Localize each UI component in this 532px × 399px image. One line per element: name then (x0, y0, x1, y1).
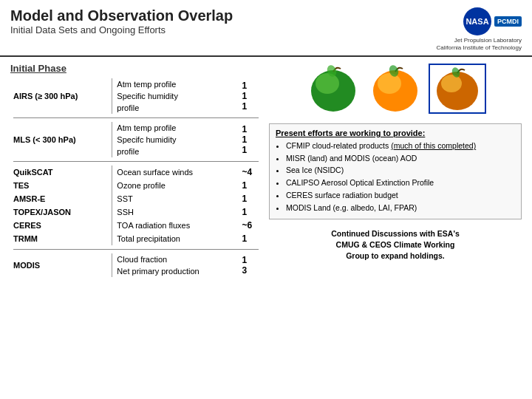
data-cell: Net primary production (112, 265, 239, 277)
list-item: MODIS Land (e.g. albedo, LAI, FPAR) (286, 202, 515, 214)
data-cell: SST (112, 192, 239, 205)
data-cell: Specifc humidity (112, 134, 239, 146)
svg-point-8 (441, 75, 462, 92)
divider-row (10, 157, 262, 166)
content: Initial Phase AIRS (≥ 300 hPa) Atm temp … (0, 57, 532, 283)
num-cell: 1 (239, 232, 262, 245)
fruit-image-1 (304, 63, 363, 115)
num-cell: 13 (239, 253, 262, 277)
num-cell: 1 (239, 205, 262, 219)
table-row: QuikSCAT Ocean surface winds ~4 (10, 166, 262, 179)
instrument-cell: MLS (< 300 hPa) (10, 122, 112, 157)
data-cell: Specific humidity (112, 90, 239, 102)
jpl-line2: California Institute of Technology (437, 44, 522, 52)
data-cell: profile (112, 146, 239, 157)
table-row: TOPEX/JASON SSH 1 (10, 205, 262, 219)
instrument-cell: AIRS (≥ 300 hPa) (10, 78, 112, 114)
jpl-line1: Jet Propulsion Laboratory (437, 37, 522, 44)
table-row: AMSR-E SST 1 (10, 192, 262, 205)
data-cell: Atm temp profile (112, 122, 239, 134)
pcmdi-badge: PCMDI (494, 16, 522, 27)
list-item: CERES surface radiation budget (286, 190, 515, 202)
list-item: CFMIP cloud-related products (much of th… (286, 140, 515, 152)
fruit-images (269, 63, 522, 115)
num-cell: 111 (239, 122, 262, 157)
nasa-label: NASA (466, 17, 488, 26)
footer-text: Continued Discussions with ESA's CMUG & … (269, 228, 522, 261)
fruit-image-2 (366, 63, 425, 115)
instrument-cell: QuikSCAT (10, 166, 112, 179)
num-cell: 1 (239, 192, 262, 205)
pcmdi-label: PCMDI (497, 18, 519, 25)
nasa-logo: NASA (463, 7, 491, 35)
num-cell: 1 (239, 179, 262, 192)
list-item: Sea Ice (NSIDC) (286, 165, 515, 177)
present-efforts-label: Present efforts are working to provide: (276, 129, 425, 137)
list-item-text: CERES surface radiation budget (286, 191, 398, 200)
data-cell: profile (112, 102, 239, 114)
list-item-text: Sea Ice (NSIDC) (286, 166, 344, 174)
present-efforts-list: CFMIP cloud-related products (much of th… (276, 140, 515, 214)
table-row: TRMM Total precipitation 1 (10, 232, 262, 245)
header-logo: NASA PCMDI Jet Propulsion Laboratory Cal… (437, 7, 522, 52)
table-row: MODIS Cloud fraction 13 (10, 253, 262, 265)
num-cell: ~6 (239, 219, 262, 232)
list-item: MISR (land) and MODIS (ocean) AOD (286, 153, 515, 165)
table-row: CERES TOA radiation fluxes ~6 (10, 219, 262, 232)
divider-row (10, 114, 262, 122)
data-cell: Ozone profile (112, 179, 239, 192)
num-cell: 111 (239, 78, 262, 114)
left-panel: Initial Phase AIRS (≥ 300 hPa) Atm temp … (10, 63, 262, 277)
instrument-cell: AMSR-E (10, 192, 112, 205)
data-table: AIRS (≥ 300 hPa) Atm temp profile 111 Sp… (10, 78, 262, 277)
main-title: Model and Observation Overlap (10, 7, 233, 24)
num-cell: ~4 (239, 166, 262, 179)
right-panel: Present efforts are working to provide: … (269, 63, 522, 277)
svg-point-1 (316, 73, 339, 94)
table-row: TES Ozone profile 1 (10, 179, 262, 192)
instrument-cell: TRMM (10, 232, 112, 245)
data-cell: Ocean surface winds (112, 166, 239, 179)
data-cell: TOA radiation fluxes (112, 219, 239, 232)
present-efforts-title: Present efforts are working to provide: (276, 129, 515, 137)
data-cell: Total precipitation (112, 232, 239, 245)
fruit-image-3 (428, 63, 487, 115)
initial-phase-title: Initial Phase (10, 63, 262, 74)
data-cell: Cloud fraction (112, 253, 239, 265)
header-titles: Model and Observation Overlap Initial Da… (10, 7, 233, 35)
present-efforts-box: Present efforts are working to provide: … (269, 123, 522, 220)
instrument-cell: TES (10, 179, 112, 192)
list-item-text: CFMIP cloud-related products (much of th… (286, 141, 476, 150)
instrument-cell: CERES (10, 219, 112, 232)
list-item-text: MODIS Land (e.g. albedo, LAI, FPAR) (286, 203, 417, 212)
svg-point-4 (378, 73, 401, 94)
instrument-cell: MODIS (10, 253, 112, 277)
divider-row (10, 245, 262, 253)
logo-badges: NASA PCMDI (463, 7, 522, 35)
instrument-cell: TOPEX/JASON (10, 205, 112, 219)
sub-title: Initial Data Sets and Ongoing Efforts (10, 24, 233, 35)
table-row: MLS (< 300 hPa) Atm temp profile 111 (10, 122, 262, 134)
list-item: CALIPSO Aerosol Optical Extinction Profi… (286, 177, 515, 189)
data-cell: Atm temp profile (112, 78, 239, 90)
jpl-text: Jet Propulsion Laboratory California Ins… (437, 37, 522, 52)
list-item-text: CALIPSO Aerosol Optical Extinction Profi… (286, 178, 434, 187)
list-item-text: MISR (land) and MODIS (ocean) AOD (286, 154, 417, 163)
data-cell: SSH (112, 205, 239, 219)
header: Model and Observation Overlap Initial Da… (0, 0, 532, 57)
table-row: AIRS (≥ 300 hPa) Atm temp profile 111 (10, 78, 262, 90)
